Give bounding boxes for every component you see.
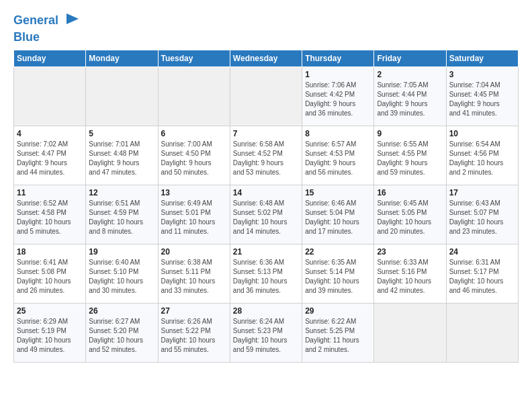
calendar-cell: 2Sunrise: 7:05 AM Sunset: 4:44 PM Daylig… (374, 66, 446, 126)
calendar-cell: 25Sunrise: 6:29 AM Sunset: 5:19 PM Dayli… (14, 303, 86, 362)
calendar-cell: 6Sunrise: 7:00 AM Sunset: 4:50 PM Daylig… (158, 126, 230, 185)
day-number: 8 (305, 129, 371, 138)
day-number: 17 (449, 188, 515, 197)
calendar-cell: 10Sunrise: 6:54 AM Sunset: 4:56 PM Dayli… (446, 126, 518, 185)
day-info: Sunrise: 7:05 AM Sunset: 4:44 PM Dayligh… (377, 81, 443, 118)
day-info: Sunrise: 6:46 AM Sunset: 5:04 PM Dayligh… (305, 199, 371, 236)
weekday-header-row: SundayMondayTuesdayWednesdayThursdayFrid… (14, 50, 519, 66)
calendar-cell: 27Sunrise: 6:26 AM Sunset: 5:22 PM Dayli… (158, 303, 230, 362)
header: General Blue (13, 11, 519, 44)
calendar-cell: 20Sunrise: 6:38 AM Sunset: 5:11 PM Dayli… (158, 244, 230, 303)
calendar-cell: 14Sunrise: 6:48 AM Sunset: 5:02 PM Dayli… (230, 185, 302, 244)
day-info: Sunrise: 6:48 AM Sunset: 5:02 PM Dayligh… (233, 199, 299, 236)
day-number: 25 (17, 306, 83, 316)
day-info: Sunrise: 6:51 AM Sunset: 4:59 PM Dayligh… (89, 199, 154, 236)
day-number: 15 (305, 188, 371, 197)
calendar-cell: 29Sunrise: 6:22 AM Sunset: 5:25 PM Dayli… (302, 303, 374, 362)
day-number: 18 (17, 247, 83, 257)
day-number: 14 (233, 188, 299, 197)
weekday-header-sunday: Sunday (14, 50, 86, 66)
calendar-cell: 26Sunrise: 6:27 AM Sunset: 5:20 PM Dayli… (86, 303, 158, 362)
week-row-1: 1Sunrise: 7:06 AM Sunset: 4:42 PM Daylig… (14, 66, 519, 126)
day-number: 22 (305, 247, 371, 257)
weekday-header-thursday: Thursday (302, 50, 374, 66)
calendar-cell: 19Sunrise: 6:40 AM Sunset: 5:10 PM Dayli… (86, 244, 158, 303)
calendar-cell: 22Sunrise: 6:35 AM Sunset: 5:14 PM Dayli… (302, 244, 374, 303)
calendar-cell: 9Sunrise: 6:55 AM Sunset: 4:55 PM Daylig… (374, 126, 446, 185)
weekday-header-tuesday: Tuesday (158, 50, 230, 66)
day-info: Sunrise: 6:26 AM Sunset: 5:22 PM Dayligh… (161, 317, 227, 355)
day-info: Sunrise: 7:06 AM Sunset: 4:42 PM Dayligh… (305, 81, 371, 118)
week-row-2: 4Sunrise: 7:02 AM Sunset: 4:47 PM Daylig… (14, 126, 519, 185)
day-info: Sunrise: 6:24 AM Sunset: 5:23 PM Dayligh… (233, 317, 299, 355)
day-info: Sunrise: 7:01 AM Sunset: 4:48 PM Dayligh… (89, 140, 154, 177)
day-info: Sunrise: 6:22 AM Sunset: 5:25 PM Dayligh… (305, 317, 371, 355)
day-number: 28 (233, 306, 299, 316)
svg-marker-0 (66, 13, 79, 24)
week-row-3: 11Sunrise: 6:52 AM Sunset: 4:58 PM Dayli… (14, 185, 519, 244)
day-info: Sunrise: 6:54 AM Sunset: 4:56 PM Dayligh… (449, 140, 515, 177)
calendar-cell: 21Sunrise: 6:36 AM Sunset: 5:13 PM Dayli… (230, 244, 302, 303)
logo-text: General (13, 14, 58, 28)
weekday-header-monday: Monday (86, 50, 158, 66)
calendar-cell: 3Sunrise: 7:04 AM Sunset: 4:45 PM Daylig… (446, 66, 518, 126)
day-number: 6 (161, 129, 227, 138)
day-number: 26 (89, 306, 154, 316)
calendar-cell (446, 303, 518, 362)
day-info: Sunrise: 6:57 AM Sunset: 4:53 PM Dayligh… (305, 140, 371, 177)
day-number: 2 (377, 70, 443, 79)
logo: General Blue (13, 11, 80, 44)
calendar-cell (374, 303, 446, 362)
day-info: Sunrise: 6:27 AM Sunset: 5:20 PM Dayligh… (89, 317, 154, 355)
calendar-cell: 24Sunrise: 6:31 AM Sunset: 5:17 PM Dayli… (446, 244, 518, 303)
day-number: 7 (233, 129, 299, 138)
day-info: Sunrise: 6:52 AM Sunset: 4:58 PM Dayligh… (17, 199, 83, 236)
day-info: Sunrise: 6:49 AM Sunset: 5:01 PM Dayligh… (161, 199, 227, 236)
calendar-cell (158, 66, 230, 126)
day-number: 27 (161, 306, 227, 316)
calendar-cell: 8Sunrise: 6:57 AM Sunset: 4:53 PM Daylig… (302, 126, 374, 185)
calendar-cell (230, 66, 302, 126)
day-number: 16 (377, 188, 443, 197)
day-info: Sunrise: 6:45 AM Sunset: 5:05 PM Dayligh… (377, 199, 443, 236)
calendar-cell (14, 66, 86, 126)
day-number: 4 (17, 129, 83, 138)
day-info: Sunrise: 6:58 AM Sunset: 4:52 PM Dayligh… (233, 140, 299, 177)
day-info: Sunrise: 7:02 AM Sunset: 4:47 PM Dayligh… (17, 140, 83, 177)
day-info: Sunrise: 6:35 AM Sunset: 5:14 PM Dayligh… (305, 258, 371, 295)
day-number: 11 (17, 188, 83, 197)
calendar-cell: 12Sunrise: 6:51 AM Sunset: 4:59 PM Dayli… (86, 185, 158, 244)
week-row-5: 25Sunrise: 6:29 AM Sunset: 5:19 PM Dayli… (14, 303, 519, 362)
calendar-cell: 1Sunrise: 7:06 AM Sunset: 4:42 PM Daylig… (302, 66, 374, 126)
day-info: Sunrise: 6:41 AM Sunset: 5:08 PM Dayligh… (17, 258, 83, 295)
day-number: 3 (449, 70, 515, 79)
day-info: Sunrise: 6:31 AM Sunset: 5:17 PM Dayligh… (449, 258, 515, 295)
day-info: Sunrise: 7:00 AM Sunset: 4:50 PM Dayligh… (161, 140, 227, 177)
logo-icon (60, 11, 80, 31)
day-info: Sunrise: 6:38 AM Sunset: 5:11 PM Dayligh… (161, 258, 227, 295)
calendar-cell: 16Sunrise: 6:45 AM Sunset: 5:05 PM Dayli… (374, 185, 446, 244)
calendar-cell: 13Sunrise: 6:49 AM Sunset: 5:01 PM Dayli… (158, 185, 230, 244)
day-number: 9 (377, 129, 443, 138)
weekday-header-friday: Friday (374, 50, 446, 66)
day-number: 29 (305, 306, 371, 316)
day-info: Sunrise: 6:33 AM Sunset: 5:16 PM Dayligh… (377, 258, 443, 295)
day-number: 21 (233, 247, 299, 257)
week-row-4: 18Sunrise: 6:41 AM Sunset: 5:08 PM Dayli… (14, 244, 519, 303)
calendar-cell: 7Sunrise: 6:58 AM Sunset: 4:52 PM Daylig… (230, 126, 302, 185)
day-info: Sunrise: 6:40 AM Sunset: 5:10 PM Dayligh… (89, 258, 154, 295)
day-number: 23 (377, 247, 443, 257)
calendar-cell: 15Sunrise: 6:46 AM Sunset: 5:04 PM Dayli… (302, 185, 374, 244)
calendar-cell: 18Sunrise: 6:41 AM Sunset: 5:08 PM Dayli… (14, 244, 86, 303)
calendar-cell: 28Sunrise: 6:24 AM Sunset: 5:23 PM Dayli… (230, 303, 302, 362)
day-number: 13 (161, 188, 227, 197)
day-info: Sunrise: 6:43 AM Sunset: 5:07 PM Dayligh… (449, 199, 515, 236)
calendar-cell: 11Sunrise: 6:52 AM Sunset: 4:58 PM Dayli… (14, 185, 86, 244)
calendar-cell: 4Sunrise: 7:02 AM Sunset: 4:47 PM Daylig… (14, 126, 86, 185)
day-number: 10 (449, 129, 515, 138)
calendar-cell: 17Sunrise: 6:43 AM Sunset: 5:07 PM Dayli… (446, 185, 518, 244)
calendar-table: SundayMondayTuesdayWednesdayThursdayFrid… (13, 50, 519, 363)
calendar-cell: 5Sunrise: 7:01 AM Sunset: 4:48 PM Daylig… (86, 126, 158, 185)
day-info: Sunrise: 7:04 AM Sunset: 4:45 PM Dayligh… (449, 81, 515, 118)
weekday-header-wednesday: Wednesday (230, 50, 302, 66)
